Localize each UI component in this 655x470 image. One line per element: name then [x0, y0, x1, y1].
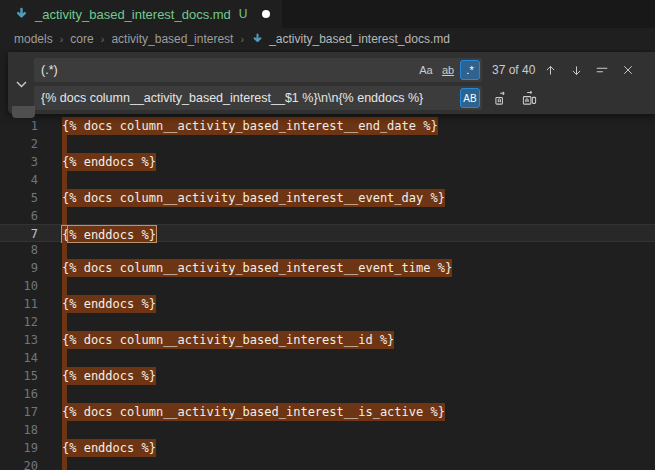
code-line[interactable]: 8 — [0, 241, 655, 259]
line-content — [38, 313, 67, 331]
line-number[interactable]: 18 — [0, 421, 38, 439]
tab-active-file[interactable]: _activity_based_interest_docs.md U — [0, 0, 282, 28]
whole-word-button[interactable]: ab — [438, 60, 458, 80]
code-line[interactable]: 14 — [0, 349, 655, 367]
line-number[interactable]: 14 — [0, 349, 38, 367]
line-number[interactable]: 2 — [0, 135, 38, 153]
code-line[interactable]: 1{% docs column__activity_based_interest… — [0, 117, 655, 135]
markdown-icon — [251, 33, 264, 46]
line-content — [38, 171, 67, 189]
find-in-selection-button[interactable] — [591, 59, 613, 81]
find-match-highlight-empty-line — [62, 385, 67, 403]
line-number[interactable]: 16 — [0, 385, 38, 403]
find-widget-resize-grip[interactable] — [12, 106, 35, 118]
toggle-replace-button[interactable] — [13, 76, 29, 92]
replace-button[interactable] — [490, 87, 512, 109]
code-line[interactable]: 5{% docs column__activity_based_interest… — [0, 189, 655, 207]
match-case-button[interactable]: Aa — [416, 60, 436, 80]
find-match-highlight-empty-line — [62, 349, 67, 367]
find-match-highlight-empty-line — [62, 241, 67, 259]
code-line[interactable]: 17{% docs column__activity_based_interes… — [0, 403, 655, 421]
find-match-highlight: {% enddocs %} — [62, 295, 156, 313]
markdown-icon — [14, 7, 29, 22]
line-content: {% docs column__activity_based_interest_… — [38, 259, 452, 277]
line-number[interactable]: 13 — [0, 331, 38, 349]
breadcrumb-item-core[interactable]: core — [70, 32, 93, 46]
find-actions — [539, 59, 645, 81]
line-number[interactable]: 17 — [0, 403, 38, 421]
find-match-highlight-empty-line — [62, 313, 67, 331]
replace-input[interactable]: {% docs column__activity_based_interest_… — [34, 86, 482, 110]
line-content — [38, 457, 67, 470]
next-match-button[interactable] — [565, 59, 587, 81]
code-line[interactable]: 16 — [0, 385, 655, 403]
line-content: {% enddocs %} — [38, 367, 156, 385]
code-line[interactable]: 9{% docs column__activity_based_interest… — [0, 259, 655, 277]
find-match-highlight-empty-line — [62, 135, 67, 153]
line-number[interactable]: 7 — [0, 225, 38, 241]
line-content: {% enddocs %} — [38, 225, 156, 241]
code-line[interactable]: 6 — [0, 207, 655, 225]
line-number[interactable]: 4 — [0, 171, 38, 189]
replace-value: {% docs column__activity_based_interest_… — [41, 91, 458, 105]
vscode-window: _activity_based_interest_docs.md U model… — [0, 0, 655, 470]
breadcrumb-file-name: _activity_based_interest_docs.md — [269, 32, 450, 46]
find-widget: (.*) Aa ab .* 37 of 40 — [8, 52, 655, 114]
code-line[interactable]: 13{% docs column__activity_based_interes… — [0, 331, 655, 349]
close-icon[interactable] — [617, 59, 639, 81]
line-number[interactable]: 8 — [0, 241, 38, 259]
line-number[interactable]: 12 — [0, 313, 38, 331]
breadcrumb-item-file[interactable]: _activity_based_interest_docs.md — [251, 32, 450, 46]
breadcrumb: models › core › activity_based_interest … — [0, 28, 655, 50]
find-match-highlight: {% docs column__activity_based_interest_… — [62, 403, 445, 421]
code-line[interactable]: 10 — [0, 277, 655, 295]
line-content: {% enddocs %} — [38, 439, 156, 457]
line-number[interactable]: 11 — [0, 295, 38, 313]
editor[interactable]: (.*) Aa ab .* 37 of 40 — [0, 50, 655, 470]
code-line[interactable]: 3{% enddocs %} — [0, 153, 655, 171]
code-line[interactable]: 4 — [0, 171, 655, 189]
line-content — [38, 421, 67, 439]
line-number[interactable]: 5 — [0, 189, 38, 207]
match-count: 37 of 40 — [492, 63, 535, 77]
replace-all-button[interactable] — [518, 87, 540, 109]
find-match-highlight: {% docs column__activity_based_interest_… — [62, 117, 438, 135]
line-number[interactable]: 19 — [0, 439, 38, 457]
search-input[interactable]: (.*) Aa ab .* — [34, 58, 482, 82]
code-line[interactable]: 2 — [0, 135, 655, 153]
code-line[interactable]: 12 — [0, 313, 655, 331]
line-content: {% enddocs %} — [38, 295, 156, 313]
previous-match-button[interactable] — [539, 59, 561, 81]
line-content — [38, 277, 67, 295]
find-match-highlight: {% enddocs %} — [62, 367, 156, 385]
breadcrumb-item-activity-based-interest[interactable]: activity_based_interest — [111, 32, 233, 46]
tab-filename: _activity_based_interest_docs.md — [35, 7, 231, 22]
replace-actions — [490, 87, 540, 109]
code-line[interactable]: 15{% enddocs %} — [0, 367, 655, 385]
unsaved-changes-dot[interactable] — [262, 10, 270, 18]
code-line[interactable]: 11{% enddocs %} — [0, 295, 655, 313]
line-number[interactable]: 1 — [0, 117, 38, 135]
line-number[interactable]: 9 — [0, 259, 38, 277]
find-match-highlight: {% enddocs %} — [62, 153, 156, 171]
code-lines: 1{% docs column__activity_based_interest… — [0, 117, 655, 470]
line-content — [38, 349, 67, 367]
breadcrumb-item-models[interactable]: models — [14, 32, 53, 46]
regex-button[interactable]: .* — [460, 60, 480, 80]
code-line[interactable]: 19{% enddocs %} — [0, 439, 655, 457]
code-line[interactable]: 18 — [0, 421, 655, 439]
find-match-highlight-empty-line — [62, 421, 67, 439]
preserve-case-button[interactable]: AB — [460, 88, 480, 108]
line-number[interactable]: 15 — [0, 367, 38, 385]
breadcrumb-separator: › — [60, 33, 64, 45]
code-line[interactable]: 7{% enddocs %} — [0, 224, 655, 242]
code-line[interactable]: 20 — [0, 457, 655, 470]
line-number[interactable]: 10 — [0, 277, 38, 295]
line-number[interactable]: 20 — [0, 457, 38, 470]
chevron-down-icon — [16, 81, 27, 88]
breadcrumb-separator: › — [240, 33, 244, 45]
find-match-highlight: {% enddocs %} — [62, 439, 156, 457]
line-content: {% docs column__activity_based_interest_… — [38, 331, 394, 349]
line-number[interactable]: 6 — [0, 207, 38, 225]
line-number[interactable]: 3 — [0, 153, 38, 171]
